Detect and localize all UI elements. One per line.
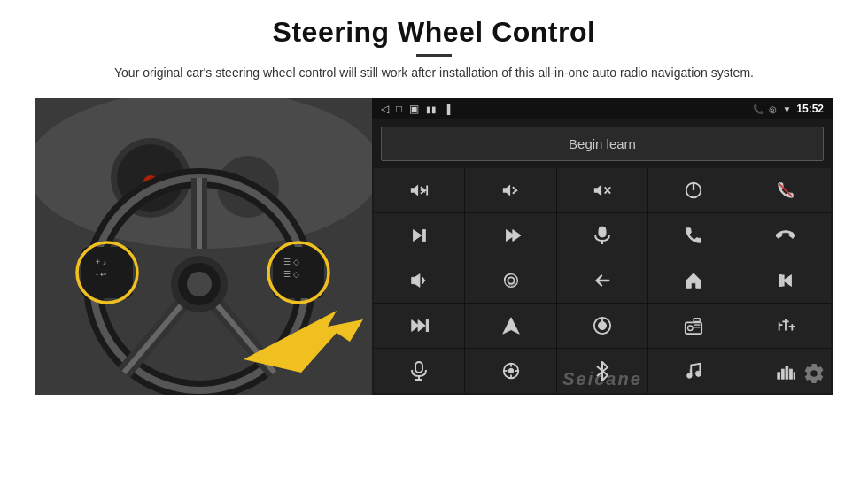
bluetooth-button[interactable] <box>557 349 647 393</box>
svg-rect-60 <box>426 320 429 332</box>
status-bar: ◁ □ ▣ ▮▮ ▐ 📞 ◎ ▼ 15:52 <box>372 98 833 119</box>
hang-up-button[interactable] <box>740 213 831 258</box>
svg-text:☰ ◇: ☰ ◇ <box>283 270 299 279</box>
svg-text:−: − <box>513 187 517 196</box>
begin-learn-button[interactable]: Begin learn <box>381 127 824 161</box>
back-button[interactable] <box>557 258 647 303</box>
phone-status-icon: 📞 <box>753 104 763 114</box>
svg-marker-37 <box>594 185 601 196</box>
svg-rect-69 <box>694 319 700 322</box>
svg-marker-33 <box>502 185 509 196</box>
fast-forward-button[interactable] <box>374 304 464 348</box>
svg-rect-92 <box>786 366 788 380</box>
radio-button[interactable] <box>648 304 739 348</box>
svg-marker-47 <box>512 230 520 242</box>
media-icon: ▮▮ <box>426 104 437 114</box>
back-nav-icon[interactable]: ◁ <box>381 103 389 115</box>
svg-text:360°: 360° <box>508 282 517 288</box>
svg-marker-61 <box>502 318 518 334</box>
page-container: Steering Wheel Control Your original car… <box>0 0 868 485</box>
svg-point-16 <box>187 272 212 296</box>
mute-button[interactable] <box>557 168 647 212</box>
cam360-button[interactable]: 360° <box>465 258 555 303</box>
svg-rect-93 <box>789 369 792 379</box>
home-button[interactable] <box>648 258 739 303</box>
eject-button[interactable] <box>557 304 647 348</box>
svg-text:+ ♪: + ♪ <box>96 258 106 266</box>
title-divider <box>416 54 452 57</box>
speaker-button[interactable]: ▶ <box>374 258 464 303</box>
svg-marker-59 <box>418 320 425 332</box>
android-panel: ◁ □ ▣ ▮▮ ▐ 📞 ◎ ▼ 15:52 Begin learn <box>372 98 833 395</box>
phone-end-button[interactable] <box>740 168 831 212</box>
wifi-status-icon: ▼ <box>782 104 791 114</box>
svg-rect-48 <box>599 227 606 237</box>
recents-nav-icon[interactable]: ▣ <box>409 103 419 115</box>
status-bar-left: ◁ □ ▣ ▮▮ ▐ <box>381 103 450 115</box>
svg-point-66 <box>688 326 694 331</box>
clock: 15:52 <box>796 103 824 115</box>
vol-up-button[interactable]: + <box>374 168 464 212</box>
vol-down-button[interactable]: − <box>465 168 555 212</box>
svg-rect-76 <box>415 362 422 373</box>
content-row: + ♪ - ↩ ☰ ◇ ☰ ◇ <box>35 98 833 395</box>
svg-rect-91 <box>781 369 784 379</box>
svg-rect-57 <box>779 275 781 287</box>
svg-text:▶: ▶ <box>422 276 426 282</box>
settings-round-button[interactable] <box>465 349 555 393</box>
mic-button[interactable] <box>557 213 647 258</box>
signal-bars: ▐ <box>444 104 450 114</box>
status-bar-right: 📞 ◎ ▼ 15:52 <box>753 103 824 115</box>
prev-track-button[interactable] <box>740 258 831 303</box>
controls-grid: + − <box>374 168 831 393</box>
svg-text:+: + <box>422 187 427 196</box>
nav-button[interactable] <box>465 304 555 348</box>
svg-rect-94 <box>794 373 795 379</box>
next-track-button[interactable] <box>374 213 464 258</box>
svg-text:♪: ♪ <box>686 364 694 380</box>
svg-marker-27 <box>411 185 418 196</box>
svg-marker-50 <box>412 274 420 288</box>
location-status-icon: ◎ <box>769 104 777 114</box>
title-section: Steering Wheel Control Your original car… <box>35 16 833 93</box>
svg-rect-90 <box>778 373 780 379</box>
subtitle: Your original car's steering wheel contr… <box>89 64 779 82</box>
svg-point-63 <box>598 321 606 329</box>
svg-rect-44 <box>423 230 426 242</box>
page-title: Steering Wheel Control <box>35 16 833 49</box>
equalizer-button[interactable] <box>740 304 831 348</box>
svg-point-80 <box>508 368 514 373</box>
music-button[interactable]: ♪ ⚙ <box>648 349 739 393</box>
power-button[interactable] <box>648 168 739 212</box>
svg-marker-43 <box>414 230 422 242</box>
phone-button[interactable] <box>648 213 739 258</box>
steering-wheel-image: + ♪ - ↩ ☰ ◇ ☰ ◇ <box>35 98 372 395</box>
svg-text:☰ ◇: ☰ ◇ <box>283 258 299 266</box>
home-nav-icon[interactable]: □ <box>396 103 402 115</box>
mic2-button[interactable] <box>374 349 464 393</box>
gear-corner-icon[interactable] <box>802 362 825 390</box>
svg-text:-  ↩: - ↩ <box>96 270 108 279</box>
skip-forward-button[interactable] <box>465 213 555 258</box>
svg-text:⚙: ⚙ <box>694 369 701 378</box>
